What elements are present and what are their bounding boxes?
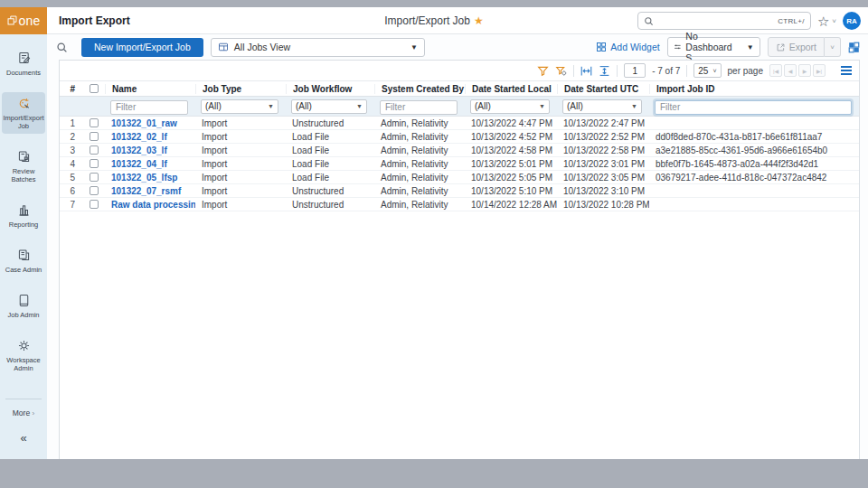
next-page-button[interactable]: ▶ [798, 64, 811, 77]
sidebar-item-workspace-admin[interactable]: Workspace Admin [2, 334, 45, 376]
column-header-job-workflow[interactable]: Job Workflow [286, 84, 374, 94]
list-toolbar: - 7 of 7 25 ˅ per page |◀ ◀ ▶ ▶| [60, 61, 859, 81]
new-import-export-job-button[interactable]: New Import/Export Job [81, 38, 203, 57]
name-filter-input[interactable] [110, 100, 188, 115]
row-checkbox[interactable] [82, 200, 105, 209]
sidebar-more-button[interactable]: More › [5, 399, 42, 418]
fit-row-height-icon[interactable] [599, 65, 610, 77]
page-number-input[interactable] [624, 63, 646, 78]
page-title: Import Export [59, 14, 130, 27]
dashboard-dropdown-value: No Dashboard S... [685, 31, 741, 63]
dashboard-popout-icon[interactable] [848, 42, 860, 53]
sidebar-item-documents[interactable]: Documents [2, 47, 45, 80]
job-name-link[interactable]: 101322_01_raw [105, 118, 195, 128]
import-job-id-cell: a3e21885-85cc-4361-95d6-a966e61654b0 [649, 145, 859, 155]
sidebar-item-import-export-job[interactable]: Import/Export Job [2, 92, 45, 134]
favorite-star-icon[interactable]: ★ [474, 14, 484, 27]
job-type-cell: Import [195, 118, 286, 128]
job-name-link[interactable]: 101322_04_lf [105, 159, 195, 169]
column-header-date-started-utc[interactable]: Date Started UTC [557, 84, 649, 94]
sidebar-collapse-button[interactable]: « [20, 431, 26, 445]
favorites-chevron-icon[interactable]: ˅ [832, 17, 836, 25]
header-right-controls: CTRL+/ ☆ ˅ RA [637, 12, 861, 30]
sidebar-item-label: Case Admin [5, 266, 42, 274]
table-row: 2101322_02_lfImportLoad FileAdmin, Relat… [60, 130, 859, 144]
export-button-group: Export ˅ [768, 37, 841, 57]
content-region: New Import/Export Job All Jobs View ▼ Ad… [47, 34, 868, 459]
global-search-box[interactable]: CTRL+/ [637, 12, 811, 30]
view-dropdown[interactable]: All Jobs View ▼ [211, 38, 425, 57]
view-dropdown-value: All Jobs View [234, 42, 290, 52]
sidebar-item-case-admin[interactable]: Case Admin [2, 244, 45, 277]
row-checkbox[interactable] [82, 173, 105, 182]
date-started-utc-cell: 10/13/2022 2:52 PM [557, 132, 649, 142]
job-name-link[interactable]: 101322_03_lf [105, 145, 195, 155]
row-checkbox[interactable] [82, 118, 105, 127]
import-export-icon [16, 96, 32, 111]
row-checkbox[interactable] [82, 159, 105, 168]
table-row: 4101322_04_lfImportLoad FileAdmin, Relat… [60, 157, 859, 171]
export-options-chevron[interactable]: ˅ [825, 37, 841, 57]
filter-cell-name [105, 98, 195, 115]
export-button[interactable]: Export [768, 37, 825, 57]
job-type-filter-value: (All) [205, 101, 222, 111]
sidebar-item-reporting[interactable]: Reporting [2, 199, 45, 232]
fit-column-width-icon[interactable] [580, 65, 592, 77]
last-page-button[interactable]: ▶| [813, 64, 826, 77]
list-menu-icon[interactable] [841, 66, 852, 75]
table-row: 1101322_01_rawImportUnstructuredAdmin, R… [60, 117, 859, 130]
system-created-by-cell: Admin, Relativity [374, 200, 465, 210]
divider [686, 65, 687, 77]
export-icon [776, 42, 786, 52]
chevron-down-icon: ▼ [747, 43, 754, 52]
filter-cell-import-job-id [649, 98, 859, 115]
column-header-name[interactable]: Name [105, 84, 195, 94]
job-workflow-filter-select[interactable]: (All) ▼ [291, 99, 367, 114]
job-type-filter-select[interactable]: (All) ▼ [201, 99, 278, 114]
job-name-link[interactable]: 101322_07_rsmf [105, 186, 195, 196]
system-created-by-cell: Admin, Relativity [374, 118, 465, 128]
chevron-down-icon: ▼ [268, 103, 274, 109]
filter-settings-icon[interactable] [555, 65, 567, 77]
column-header-number[interactable]: # [60, 84, 82, 94]
relativity-one-logo[interactable]: one [0, 7, 47, 34]
date-started-utc-cell: 10/13/2022 3:01 PM [557, 159, 649, 169]
filter-toggle-icon[interactable] [537, 65, 549, 77]
job-name-link[interactable]: 101322_05_lfsp [105, 173, 195, 183]
row-checkbox[interactable] [82, 145, 105, 155]
add-widget-button[interactable]: Add Widget [596, 42, 659, 52]
sidebar-item-review-batches[interactable]: Review Batches [2, 145, 45, 187]
user-avatar[interactable]: RA [843, 12, 861, 30]
date-started-local-cell: 10/13/2022 4:47 PM [465, 118, 557, 128]
sidebar-item-label: Job Admin [7, 311, 39, 319]
page-size-select[interactable]: 25 ˅ [693, 63, 721, 78]
logo-text: one [19, 14, 41, 28]
job-name-link[interactable]: 101322_02_lf [105, 132, 195, 142]
job-type-cell: Import [195, 159, 286, 169]
dashboard-dropdown[interactable]: No Dashboard S... ▼ [667, 37, 760, 57]
select-all-checkbox[interactable] [82, 84, 105, 94]
list-search-icon[interactable] [56, 42, 68, 53]
table-header-row: # Name Job Type Job Workflow System Crea… [60, 81, 859, 97]
date-started-utc-filter-select[interactable]: (All) ▼ [562, 99, 642, 114]
filter-cell-date-started-local: (All) ▼ [465, 99, 557, 114]
filter-cell-date-started-utc: (All) ▼ [557, 99, 649, 114]
system-created-by-cell: Admin, Relativity [374, 145, 465, 155]
gear-icon [16, 338, 32, 353]
previous-page-button[interactable]: ◀ [784, 64, 797, 77]
column-header-import-job-id[interactable]: Import Job ID [649, 84, 859, 94]
sidebar-item-job-admin[interactable]: Job Admin [2, 289, 45, 323]
add-widget-label: Add Widget [610, 42, 659, 52]
first-page-button[interactable]: |◀ [769, 64, 782, 77]
import-job-id-filter-input[interactable] [655, 100, 852, 115]
system-created-by-filter-input[interactable] [380, 100, 458, 115]
column-header-date-started-local[interactable]: Date Started Local [465, 84, 557, 94]
column-header-job-type[interactable]: Job Type [195, 84, 286, 94]
job-name-link[interactable]: Raw data processing [105, 200, 195, 210]
row-checkbox[interactable] [82, 186, 105, 195]
row-checkbox[interactable] [82, 132, 105, 141]
date-started-local-filter-select[interactable]: (All) ▼ [470, 99, 550, 114]
column-header-system-created-by[interactable]: System Created By [374, 84, 465, 94]
favorites-menu-star-icon[interactable]: ☆ [817, 14, 829, 28]
date-started-utc-cell: 10/13/2022 3:10 PM [557, 186, 649, 196]
